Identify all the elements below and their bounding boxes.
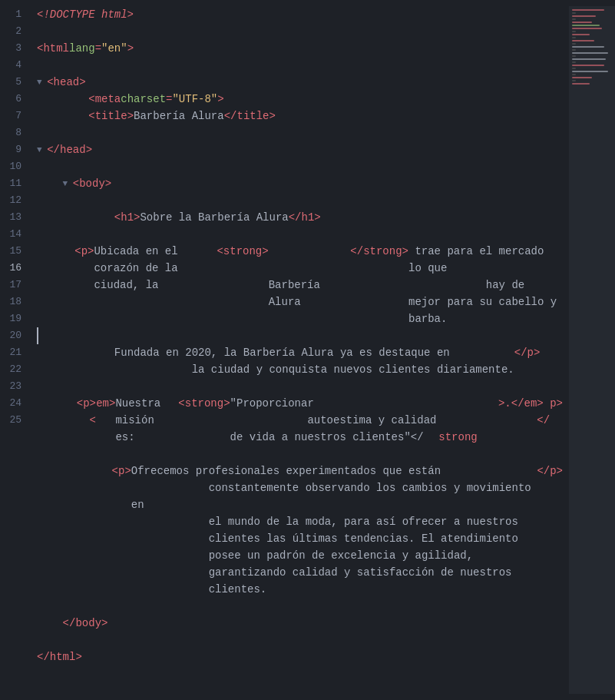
html-open-bracket: < [37, 40, 43, 57]
line-num-25: 25 [9, 412, 21, 429]
code-line-5: ▼ <head> [37, 74, 563, 91]
code-line-12 [37, 192, 563, 209]
line-num-21: 21 [9, 344, 21, 361]
line-num-3: 3 [9, 40, 21, 57]
code-line-24 [37, 632, 563, 649]
line-num-12: 12 [9, 192, 21, 209]
line-num-2: 2 [9, 23, 21, 40]
p3-text: Ofrecemos profesionales experimentados q… [131, 463, 537, 598]
em-open: em [96, 395, 109, 412]
title-tag-open: title [95, 108, 127, 124]
lang-value: "en" [101, 40, 127, 57]
strong-close-2: strong [438, 395, 498, 446]
charset-attr: charset [121, 91, 166, 108]
strong-close-1: strong [363, 243, 402, 260]
line-num-10: 10 [9, 158, 21, 175]
p2-text-before: Nuestra misión es: [115, 395, 178, 446]
line-num-22: 22 [9, 361, 21, 378]
code-line-19: <p><em>Nuestra misión es: <strong>"Propo… [37, 395, 563, 446]
code-line-11: ▼ <body> [37, 175, 563, 192]
line-num-13: 13 [9, 209, 21, 226]
line-num-20: 20 [9, 327, 21, 344]
code-line-14 [37, 226, 563, 243]
minimap[interactable] [569, 6, 615, 694]
p1-text-after: trae para el mercado lo que hay de mejor… [408, 243, 563, 327]
code-line-8 [37, 124, 563, 141]
fold-arrow-5: ▼ [37, 74, 47, 91]
code-line-10 [37, 158, 563, 175]
code-line-7: <title>Barbería Alura</title> [37, 108, 563, 124]
code-editor: 1 2 3 4 5 6 7 8 9 10 11 12 13 14 15 16 1… [0, 0, 615, 700]
strong-open-2: strong [185, 395, 223, 412]
minimap-line-1 [572, 9, 604, 11]
code-line-6: <meta charset="UTF-8"> [37, 91, 563, 108]
em-close: em [524, 395, 537, 412]
code-line-22 [37, 598, 563, 615]
code-line-20 [37, 446, 563, 463]
meta-tag: meta [95, 91, 121, 108]
line-num-18: 18 [9, 294, 21, 310]
line-numbers: 1 2 3 4 5 6 7 8 9 10 11 12 13 14 15 16 1… [0, 6, 31, 694]
charset-value: "UTF-8" [172, 91, 217, 108]
code-line-18 [37, 378, 563, 395]
line-num-11: 11 [9, 175, 21, 192]
line-num-9: 9 [9, 141, 21, 158]
head-tag: head [54, 74, 80, 91]
p-tag-2-close: p [550, 395, 556, 412]
p-tag-1-open: p [81, 243, 88, 260]
lang-attr: lang [69, 40, 95, 57]
body-close-tag: body [75, 615, 101, 632]
line-num-5: 5 [9, 74, 21, 91]
p-tag-3-open: p [118, 463, 124, 479]
code-line-13: <h1>Sobre la Barbería Alura</h1> [37, 209, 563, 226]
line-num-16: 16 [9, 260, 21, 277]
code-line-15: <p>Ubicada en el corazón de la ciudad, l… [37, 243, 563, 327]
line-num-17: 17 [9, 277, 21, 294]
code-line-2 [37, 23, 563, 40]
line-num-15: 15 [9, 243, 21, 260]
line-num-24: 24 [9, 395, 21, 412]
p-tag-3-close: p [550, 463, 556, 479]
code-line-4 [37, 57, 563, 74]
html-close-tag: html [50, 649, 76, 665]
line-num-8: 8 [9, 124, 21, 141]
minimap-content [569, 6, 615, 89]
p-tag-2-open: p [83, 395, 89, 412]
code-line-17: Fundada en 2020, la Barbería Alura ya es… [37, 344, 563, 378]
line-num-19: 19 [9, 310, 21, 327]
line-num-23: 23 [9, 378, 21, 395]
line-num-14: 14 [9, 226, 21, 243]
head-close-tag: head [60, 141, 86, 158]
code-content[interactable]: <!DOCTYPE html> <html lang="en"> ▼ <head… [31, 6, 569, 694]
line-num-4: 4 [9, 57, 21, 74]
html-tag: html [43, 40, 69, 57]
code-line-3: <html lang="en"> [37, 40, 563, 57]
code-line-21: <p>Ofrecemos profesionales experimentado… [37, 463, 563, 598]
line-num-7: 7 [9, 108, 21, 124]
strong-open-1: strong [223, 243, 262, 260]
code-line-23: </body> [37, 615, 563, 632]
h1-close-tag: h1 [302, 209, 315, 226]
code-line-16 [37, 327, 563, 344]
line-num-6: 6 [9, 91, 21, 108]
doctype-token: <!DOCTYPE html> [37, 6, 134, 23]
title-tag-close: title [236, 108, 269, 124]
p-tag-1-close: p [527, 344, 534, 361]
title-text: Barbería Alura [134, 108, 224, 124]
code-line-1: <!DOCTYPE html> [37, 6, 563, 23]
body-tag: body [79, 175, 105, 192]
fold-arrow-11: ▼ [63, 175, 73, 192]
fold-arrow-9: ▼ [37, 141, 47, 158]
code-line-9: ▼ </head> [37, 141, 563, 158]
h1-open-tag: h1 [121, 209, 134, 226]
p1-text-before: Ubicada en el corazón de la ciudad, la [94, 243, 217, 294]
h1-text: Sobre la Barbería Alura [140, 209, 288, 226]
code-line-25: </html> [37, 649, 563, 665]
line-num-1: 1 [9, 6, 21, 23]
p1-cont-text: Fundada en 2020, la Barbería Alura ya es… [114, 344, 514, 378]
